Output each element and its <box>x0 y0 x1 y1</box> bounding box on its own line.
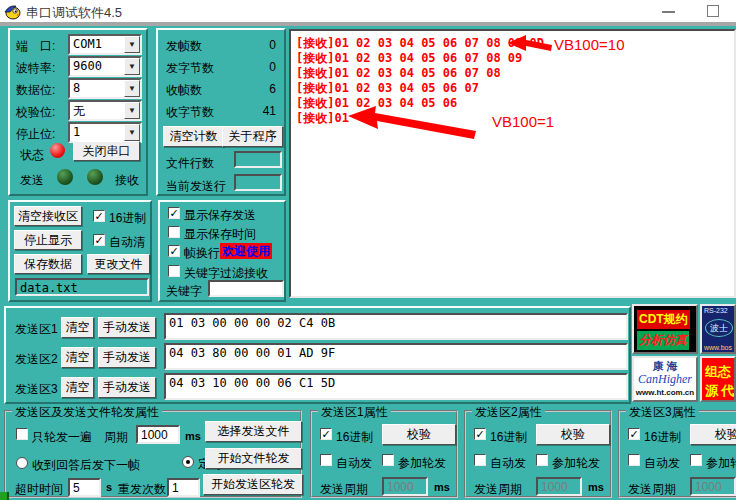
receive-led <box>87 169 103 185</box>
save-data-button[interactable]: 保存数据 <box>14 254 82 274</box>
area1-hex-checkbox[interactable]: ✓ <box>320 428 332 440</box>
frame-newline-checkbox[interactable]: ✓ <box>168 245 180 257</box>
tx-bytes-value: 0 <box>248 60 276 74</box>
send-area1-manual-button[interactable]: 手动发送 <box>98 317 156 338</box>
databits-label: 数据位: <box>16 82 55 99</box>
filename-field[interactable]: data.txt <box>15 278 149 296</box>
rx-bytes-value: 41 <box>248 104 276 118</box>
current-send-line-field[interactable] <box>234 174 282 191</box>
area1-poll-label: 参加轮发 <box>398 455 446 472</box>
send-areas-panel: 发送区1 清空 手动发送 01 03 00 00 00 02 C4 0B 发送区… <box>4 306 631 404</box>
start-file-poll-button[interactable]: 开始文件轮发 <box>205 448 302 469</box>
area2-hex-label: 16进制 <box>490 429 527 446</box>
file-lines-field[interactable] <box>234 151 282 168</box>
start-area-poll-button[interactable]: 开始发送区轮发 <box>203 474 303 495</box>
counters-panel: 发帧数 0 发字节数 0 收帧数 6 收字节数 41 清空计数 关于程序 文件行… <box>156 28 286 196</box>
rx-frames-value: 6 <box>248 82 276 96</box>
receive-display[interactable]: [接收]01 02 03 04 05 06 07 08 09 0D [接收]01… <box>289 29 736 298</box>
send-area2-input[interactable]: 04 03 80 00 00 01 AD 9F <box>164 343 628 370</box>
stopbits-value: 1 <box>73 125 80 139</box>
chevron-down-icon[interactable]: ▼ <box>124 102 140 119</box>
send-area2-clear-button[interactable]: 清空 <box>61 347 94 368</box>
chevron-down-icon[interactable]: ▼ <box>124 36 140 53</box>
rs232-logo[interactable]: RS-232 波士 www.bos <box>700 304 736 354</box>
databits-select[interactable]: 8 ▼ <box>68 78 142 99</box>
hex-display-label: 16进制 <box>109 210 146 227</box>
timeout-input[interactable]: 5 <box>68 478 101 497</box>
about-button[interactable]: 关于程序 <box>222 126 283 147</box>
send-area1-input[interactable]: 01 03 00 00 00 02 C4 0B <box>164 313 628 340</box>
area1-auto-label: 自动发 <box>336 455 372 472</box>
send-area2-manual-button[interactable]: 手动发送 <box>98 347 156 368</box>
poll-once-checkbox[interactable] <box>16 428 28 440</box>
area1-verify-button[interactable]: 校验 <box>382 424 456 445</box>
app-icon <box>4 3 21 20</box>
show-save-send-label: 显示保存发送 <box>184 207 256 224</box>
stopbits-select[interactable]: 1 ▼ <box>68 122 142 143</box>
area3-verify-button[interactable]: 校验 <box>690 424 736 445</box>
show-save-send-checkbox[interactable]: ✓ <box>168 207 180 219</box>
parity-select[interactable]: 无 ▼ <box>68 100 142 121</box>
hex-display-checkbox[interactable]: ✓ <box>93 210 105 222</box>
stop-display-button[interactable]: 停止显示 <box>14 230 82 250</box>
receive-led-label: 接收 <box>115 172 139 189</box>
retry-input[interactable]: 1 <box>167 478 200 497</box>
rx-frames-label: 收帧数 <box>166 82 202 99</box>
baud-select[interactable]: 9600 ▼ <box>68 56 142 77</box>
reply-radio[interactable] <box>16 457 28 469</box>
area3-hex-label: 16进制 <box>644 429 681 446</box>
area2-auto-label: 自动发 <box>490 455 526 472</box>
cdt-logo[interactable]: CDT规约 分析仿真 <box>632 304 698 354</box>
reply-radio-label: 收到回答后发下一帧 <box>32 457 140 474</box>
file-lines-label: 文件行数 <box>166 155 214 172</box>
area3-auto-checkbox[interactable] <box>628 454 640 466</box>
area2-verify-button[interactable]: 校验 <box>536 424 610 445</box>
area3-properties-group: 发送区3属性 ✓ 16进制 校验 自动发 参加轮发 发送周期 1000 ms <box>618 410 736 498</box>
maximize-icon[interactable] <box>707 5 719 17</box>
area2-hex-checkbox[interactable]: ✓ <box>474 428 486 440</box>
area3-poll-checkbox[interactable] <box>690 454 702 466</box>
area2-properties-title: 发送区2属性 <box>472 404 545 421</box>
clear-receive-button[interactable]: 清空接收区 <box>14 206 82 226</box>
clear-counters-button[interactable]: 清空计数 <box>163 126 224 147</box>
send-area3-clear-button[interactable]: 清空 <box>61 377 94 398</box>
serial-settings-panel: 端 口: 波特率: 数据位: 校验位: 停止位: COM1 ▼ 9600 ▼ 8… <box>8 28 148 196</box>
chevron-down-icon[interactable]: ▼ <box>124 124 140 141</box>
current-send-line-label: 当前发送行 <box>166 178 226 195</box>
timer-radio[interactable] <box>182 456 194 468</box>
keyword-filter-checkbox[interactable] <box>168 265 180 277</box>
zutai-logo-line2: 源 代 <box>705 382 735 400</box>
minimize-icon[interactable] <box>662 11 675 13</box>
area2-period-input[interactable]: 1000 <box>536 477 582 496</box>
show-save-time-label: 显示保存时间 <box>184 226 256 243</box>
tx-frames-label: 发帧数 <box>166 38 202 55</box>
send-area3-manual-button[interactable]: 手动发送 <box>98 377 156 398</box>
chevron-down-icon[interactable]: ▼ <box>124 80 140 97</box>
area1-properties-title: 发送区1属性 <box>318 404 391 421</box>
area2-auto-checkbox[interactable] <box>474 454 486 466</box>
area1-period-unit: ms <box>434 481 450 493</box>
area3-properties-title: 发送区3属性 <box>626 404 699 421</box>
kanghai-logo-en: CanHigher <box>634 372 696 387</box>
period-input[interactable]: 1000 <box>136 425 180 444</box>
port-select[interactable]: COM1 ▼ <box>68 34 142 55</box>
chevron-down-icon[interactable]: ▼ <box>124 58 140 75</box>
parity-label: 校验位: <box>16 104 55 121</box>
change-file-button[interactable]: 更改文件 <box>87 254 150 274</box>
area3-hex-checkbox[interactable]: ✓ <box>628 428 640 440</box>
zutai-logo[interactable]: 组态 源 代 <box>700 356 736 402</box>
send-area3-input[interactable]: 04 03 10 00 00 06 C1 5D <box>164 373 628 400</box>
kanghai-logo[interactable]: 康 海 CanHigher www.ht.com.cn <box>632 356 698 402</box>
area1-period-input[interactable]: 1000 <box>382 477 428 496</box>
close-port-button[interactable]: 关闭串口 <box>73 141 140 161</box>
area1-poll-checkbox[interactable] <box>382 454 394 466</box>
send-area1-clear-button[interactable]: 清空 <box>61 317 94 338</box>
area2-poll-checkbox[interactable] <box>536 454 548 466</box>
autoclear-checkbox[interactable]: ✓ <box>93 234 105 246</box>
keyword-input[interactable] <box>208 280 284 297</box>
receive-line: [接收]01 <box>296 110 349 127</box>
area3-period-input[interactable]: 1000 <box>690 477 736 496</box>
select-send-file-button[interactable]: 选择发送文件 <box>205 421 302 442</box>
show-save-time-checkbox[interactable] <box>168 226 180 238</box>
area1-auto-checkbox[interactable] <box>320 454 332 466</box>
